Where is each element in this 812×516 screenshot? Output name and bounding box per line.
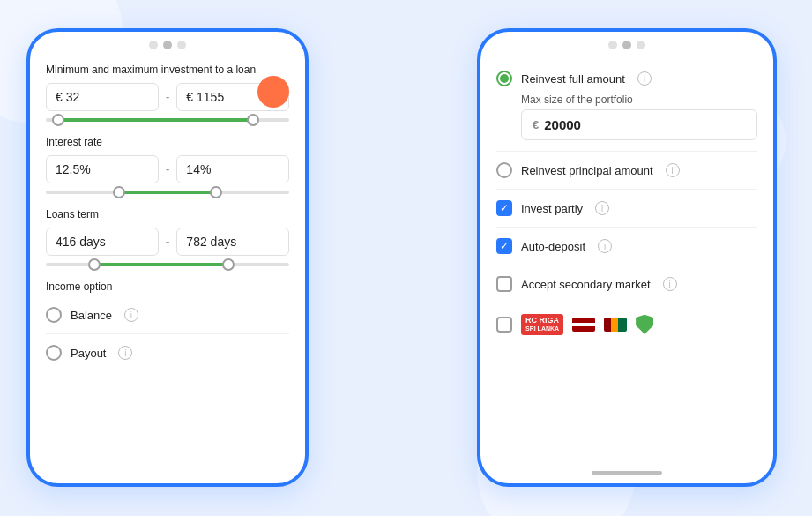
- rc-riga-line1: RC RIGA: [525, 317, 559, 325]
- reinvest-full-info-icon[interactable]: i: [637, 71, 652, 86]
- loans-term-slider-track[interactable]: [46, 263, 289, 266]
- income-option-label: Income option: [46, 280, 289, 293]
- divider-4: [496, 265, 757, 265]
- loans-term-max-input[interactable]: 782 days: [176, 228, 289, 256]
- reinvest-full-row[interactable]: Reinvest full amount i: [496, 64, 757, 93]
- phone-top-left: [30, 32, 305, 55]
- phone-top-right: [480, 32, 773, 55]
- investment-section: Minimum and maximum investment to a loan…: [46, 64, 289, 122]
- income-divider: [46, 333, 289, 334]
- rc-riga-line2: SRI LANKA: [525, 325, 559, 333]
- loans-term-label: Loans term: [46, 208, 289, 221]
- interest-slider-fill: [119, 191, 216, 194]
- range-separator-2: -: [166, 162, 170, 176]
- flag-sri-lanka: [604, 318, 627, 332]
- loans-term-slider-thumb-left[interactable]: [88, 258, 101, 271]
- portfolio-value: 20000: [544, 117, 581, 132]
- income-balance-info-icon[interactable]: i: [124, 308, 138, 322]
- investment-slider-fill: [58, 118, 253, 122]
- secondary-market-row[interactable]: Accept secondary market i: [496, 269, 757, 299]
- investment-label: Minimum and maximum investment to a loan: [46, 64, 289, 76]
- bottom-indicator: [592, 471, 662, 475]
- interest-rate-range-row: 12.5% - 14%: [46, 155, 289, 183]
- phone-dot-2: [163, 41, 172, 49]
- secondary-market-info-icon[interactable]: i: [663, 277, 677, 291]
- portfolio-euro-symbol: €: [533, 118, 539, 131]
- phones-container: Minimum and maximum investment to a loan…: [0, 0, 812, 516]
- invest-partly-row[interactable]: ✓ Invest partly i: [496, 193, 757, 223]
- secondary-market-label: Accept secondary market: [521, 278, 651, 291]
- phone-dot-r3: [637, 41, 645, 49]
- loans-term-range-row: 416 days - 782 days: [46, 228, 289, 256]
- loans-term-min-value: 416 days: [56, 235, 106, 249]
- loans-term-max-value: 782 days: [186, 235, 236, 249]
- secondary-market-checkbox[interactable]: [496, 276, 512, 292]
- loans-term-section: Loans term 416 days - 782 days: [46, 208, 289, 266]
- divider-3: [496, 227, 757, 228]
- interest-min-input[interactable]: 12.5%: [46, 155, 159, 183]
- auto-deposit-info-icon[interactable]: i: [598, 239, 612, 253]
- interest-max-value: 14%: [186, 162, 211, 176]
- phone-dot-3: [177, 41, 186, 49]
- divider-1: [496, 151, 757, 152]
- bottom-logos-row: RC RIGA SRI LANKA: [496, 307, 757, 342]
- invest-partly-info-icon[interactable]: i: [595, 201, 609, 215]
- reinvest-principal-radio[interactable]: [496, 162, 512, 178]
- portfolio-value-box[interactable]: € 20000: [521, 109, 757, 140]
- income-balance-radio[interactable]: [46, 307, 62, 323]
- income-payout-label: Payout: [71, 347, 106, 360]
- investment-min-value: € 32: [56, 90, 79, 104]
- flag-latvia: [572, 318, 595, 332]
- income-payout-radio[interactable]: [46, 345, 62, 361]
- interest-min-value: 12.5%: [56, 162, 91, 176]
- reinvest-principal-label: Reinvest principal amount: [521, 164, 653, 177]
- range-separator-3: -: [166, 235, 170, 249]
- income-balance-row[interactable]: Balance i: [46, 300, 289, 330]
- auto-deposit-label: Auto-deposit: [521, 240, 585, 253]
- investment-slider-track[interactable]: [46, 118, 289, 122]
- interest-slider-thumb-left[interactable]: [113, 186, 125, 198]
- rc-riga-logo: RC RIGA SRI LANKA: [521, 314, 563, 335]
- auto-deposit-checkmark: ✓: [500, 241, 509, 251]
- invest-partly-label: Invest partly: [521, 202, 583, 215]
- reinvest-full-label: Reinvest full amount: [521, 72, 625, 86]
- shield-icon: [636, 315, 653, 334]
- reinvest-full-radio-inner: [500, 74, 509, 83]
- interest-max-input[interactable]: 14%: [176, 155, 289, 183]
- range-separator-1: -: [166, 90, 170, 104]
- income-option-section: Income option Balance i Payout i: [46, 280, 289, 368]
- right-phone: Reinvest full amount i Max size of the p…: [477, 28, 777, 487]
- left-phone: Minimum and maximum investment to a loan…: [26, 28, 309, 487]
- interest-slider-thumb-right[interactable]: [210, 186, 222, 198]
- phone-dot-r1: [608, 41, 617, 49]
- loans-term-slider-fill: [94, 263, 228, 266]
- divider-2: [496, 189, 757, 190]
- interest-rate-section: Interest rate 12.5% - 14%: [46, 136, 289, 194]
- bottom-checkbox[interactable]: [496, 317, 512, 333]
- phone-dot-1: [149, 41, 158, 49]
- reinvest-principal-info-icon[interactable]: i: [666, 163, 680, 177]
- interest-rate-label: Interest rate: [46, 136, 289, 148]
- income-balance-label: Balance: [71, 309, 112, 322]
- interest-slider-track[interactable]: [46, 191, 289, 194]
- portfolio-label: Max size of the portfolio: [521, 93, 757, 106]
- investment-range-row: € 32 - € 1155: [46, 83, 289, 111]
- reinvest-full-radio[interactable]: [496, 71, 512, 86]
- investment-slider-thumb-right[interactable]: [247, 114, 259, 126]
- reinvest-principal-row[interactable]: Reinvest principal amount i: [496, 155, 757, 185]
- investment-min-input[interactable]: € 32: [46, 83, 159, 111]
- loans-term-min-input[interactable]: 416 days: [46, 228, 159, 256]
- auto-deposit-checkbox[interactable]: ✓: [496, 238, 512, 254]
- orange-action-button[interactable]: [257, 76, 289, 108]
- divider-5: [496, 303, 757, 303]
- investment-max-value: € 1155: [186, 90, 224, 104]
- invest-partly-checkbox[interactable]: ✓: [496, 200, 512, 216]
- auto-deposit-row[interactable]: ✓ Auto-deposit i: [496, 231, 757, 261]
- loans-term-slider-thumb-right[interactable]: [222, 258, 235, 271]
- flag-latvia-bot: [572, 326, 595, 332]
- invest-partly-checkmark: ✓: [500, 203, 509, 213]
- phone-dot-r2: [622, 41, 631, 49]
- investment-slider-thumb-left[interactable]: [52, 114, 64, 126]
- income-payout-row[interactable]: Payout i: [46, 338, 289, 368]
- income-payout-info-icon[interactable]: i: [118, 346, 132, 360]
